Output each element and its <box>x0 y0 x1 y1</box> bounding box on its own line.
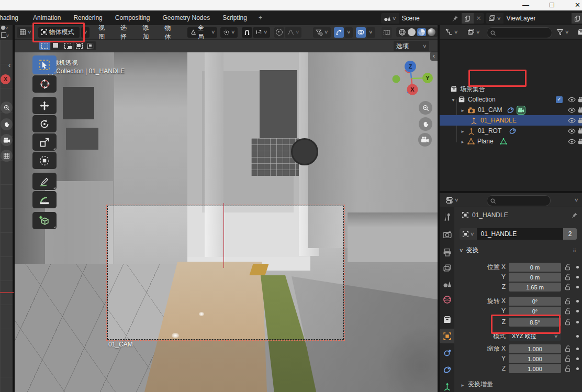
rotation-y-field[interactable]: 0° <box>509 307 561 316</box>
viewport-3d[interactable]: 01_CAM 选项 摄像机透视 (1) Collection | 01_HAND… <box>15 40 438 392</box>
tab-physics[interactable] <box>443 349 452 357</box>
sliver-mode-dropdown[interactable] <box>1 32 9 38</box>
select-tweak-button[interactable] <box>39 41 50 50</box>
lock-open-icon[interactable] <box>564 263 572 271</box>
axis-gizmo[interactable]: Z Y X <box>387 58 435 95</box>
camera-toggle-icon[interactable] <box>578 138 582 145</box>
users-count-badge[interactable]: 2 <box>563 228 577 240</box>
tool-add-cube[interactable] <box>32 212 57 229</box>
object-label[interactable]: 01_ROT <box>478 127 501 135</box>
object-mode-dropdown[interactable]: 物体模式 <box>38 27 80 38</box>
workspace-tab-animation[interactable]: Animation <box>29 13 64 23</box>
select-subtract-button[interactable] <box>74 41 85 50</box>
window-minimize-button[interactable]: — <box>522 1 529 9</box>
outliner-row-01-cam[interactable]: 01_CAM <box>440 105 582 115</box>
animate-dot[interactable] <box>576 286 579 288</box>
outliner-search-input[interactable] <box>487 27 552 38</box>
view-layer-copy-button[interactable] <box>572 13 582 24</box>
select-box-button[interactable] <box>51 41 62 50</box>
show-overlays-dropdown[interactable] <box>366 27 375 38</box>
tool-measure[interactable] <box>32 191 57 208</box>
eye-icon[interactable] <box>568 117 576 125</box>
camera-toggle-icon[interactable] <box>578 127 582 135</box>
camera-data-badge[interactable] <box>517 106 525 115</box>
lock-open-icon[interactable] <box>564 364 572 373</box>
scene-unlink-button[interactable]: ✕ <box>474 13 484 24</box>
sliver-camera-view-button[interactable] <box>1 134 13 146</box>
animate-dot[interactable] <box>576 266 579 268</box>
eye-icon[interactable] <box>568 127 576 135</box>
disclosure-triangle[interactable] <box>461 106 465 114</box>
transform-orientation-dropdown[interactable]: 全局 <box>187 27 218 38</box>
sidebar-collapse-tab[interactable] <box>430 51 438 61</box>
tool-transform[interactable] <box>32 152 57 169</box>
animate-dot[interactable] <box>576 357 579 360</box>
tab-scene[interactable] <box>443 279 452 288</box>
scene-browse-button[interactable] <box>381 13 399 24</box>
outliner-row-01-rot[interactable]: 01_ROT <box>440 126 582 136</box>
tool-options-dropdown[interactable]: 选项 <box>394 41 429 51</box>
gizmo-minus-y-ball[interactable] <box>393 75 400 83</box>
object-mode-chevron-button[interactable] <box>81 27 90 38</box>
sliver-axis-gizmo-x-ball[interactable]: X <box>1 74 10 84</box>
object-label[interactable]: 01_CAM <box>478 106 502 114</box>
properties-search-input[interactable] <box>487 195 551 206</box>
pin-icon[interactable] <box>452 15 458 22</box>
scene-name-field[interactable]: Scene <box>399 13 462 24</box>
object-name-input[interactable]: 01_HANDLE <box>477 228 563 240</box>
properties-editor-type-dropdown[interactable] <box>443 195 461 205</box>
view-layer-name-field[interactable]: ViewLayer <box>503 13 572 24</box>
select-extend-button[interactable] <box>62 41 73 50</box>
editor-type-dropdown[interactable] <box>17 27 34 38</box>
outliner-filter-dropdown[interactable] <box>554 27 572 37</box>
add-workspace-button[interactable]: + <box>255 13 266 23</box>
workspace-tab-shading[interactable]: hading <box>0 13 22 23</box>
tool-rotate[interactable] <box>32 115 57 132</box>
lock-open-icon[interactable] <box>564 344 572 353</box>
object-label[interactable]: Plane <box>477 138 494 145</box>
scale-z-field[interactable]: 1.000 <box>509 364 561 373</box>
proportional-falloff-dropdown[interactable] <box>285 27 302 38</box>
view-object-types-dropdown[interactable] <box>313 27 331 38</box>
animate-dot[interactable] <box>576 300 579 303</box>
viewport-zoom-button[interactable] <box>419 101 432 115</box>
lock-open-icon[interactable] <box>564 297 572 305</box>
animate-dot[interactable] <box>576 335 579 338</box>
sliver-sidebar-toggle[interactable] <box>8 62 10 69</box>
shading-rendered-button[interactable] <box>428 28 435 36</box>
disclosure-triangle[interactable] <box>461 127 465 135</box>
object-label-active[interactable]: 01_HANDLE <box>480 117 517 124</box>
location-y-field[interactable]: 0 m <box>509 273 561 282</box>
show-gizmo-toggle[interactable] <box>334 27 344 38</box>
animate-dot[interactable] <box>576 321 579 323</box>
viewport-pan-button[interactable] <box>419 117 432 131</box>
lock-open-icon[interactable] <box>564 307 572 315</box>
outliner-filter-display-dropdown[interactable] <box>465 27 483 37</box>
scene-copy-button[interactable] <box>462 13 474 24</box>
tool-annotate[interactable] <box>32 173 57 190</box>
collection-checkbox[interactable] <box>556 96 563 103</box>
tab-object-active[interactable] <box>440 329 454 343</box>
show-overlays-toggle[interactable] <box>356 27 366 38</box>
tab-output[interactable] <box>443 248 452 257</box>
tab-render[interactable] <box>443 230 452 239</box>
animate-dot[interactable] <box>576 276 579 278</box>
pin-icon[interactable] <box>571 212 578 219</box>
select-intersect-button[interactable] <box>85 41 96 50</box>
delta-transform-section[interactable]: 变换增量 <box>461 380 493 389</box>
outliner-row-plane[interactable]: Plane <box>440 136 582 147</box>
scale-y-field[interactable]: 1.000 <box>509 354 561 363</box>
scale-x-field[interactable]: 1.000 <box>509 344 561 353</box>
disclosure-triangle[interactable] <box>451 96 455 103</box>
show-gizmo-dropdown[interactable] <box>344 27 353 38</box>
rotation-mode-dropdown[interactable]: XYZ 欧拉 <box>509 332 561 341</box>
breadcrumb-object-name[interactable]: 01_HANDLE <box>472 211 508 219</box>
tab-tool[interactable] <box>443 212 452 221</box>
camera-frame[interactable] <box>107 206 344 340</box>
camera-toggle-icon[interactable] <box>578 117 582 125</box>
outliner-row-scene-collection[interactable]: 场景集合 <box>440 84 582 94</box>
lock-open-icon[interactable] <box>564 283 572 291</box>
snap-toggle[interactable] <box>242 27 252 38</box>
tab-constraints[interactable] <box>443 365 452 374</box>
sliver-grid-button[interactable] <box>1 150 13 162</box>
